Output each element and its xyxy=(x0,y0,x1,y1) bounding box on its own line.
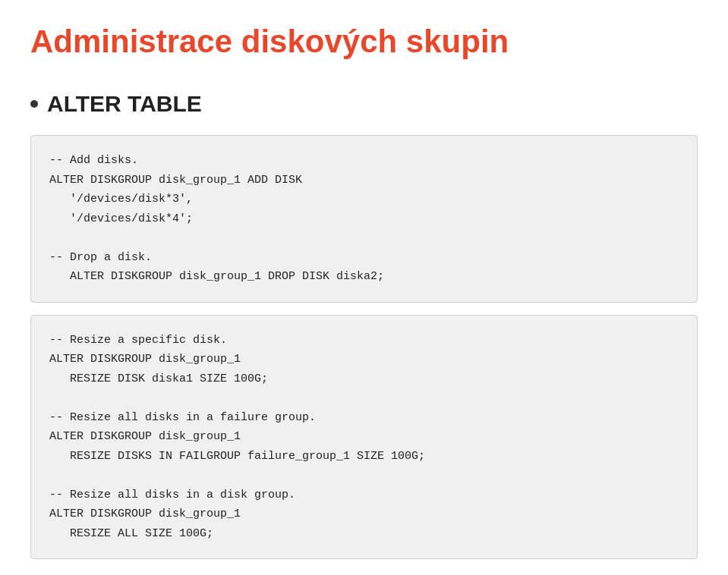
page-title: Administrace diskových skupin xyxy=(30,23,698,61)
code-block-2: -- Resize a specific disk. ALTER DISKGRO… xyxy=(30,315,698,560)
section-heading: ALTER TABLE xyxy=(30,91,698,117)
bullet-icon xyxy=(30,100,38,108)
code-block-1: -- Add disks. ALTER DISKGROUP disk_group… xyxy=(30,135,698,303)
section-title: ALTER TABLE xyxy=(47,91,202,117)
